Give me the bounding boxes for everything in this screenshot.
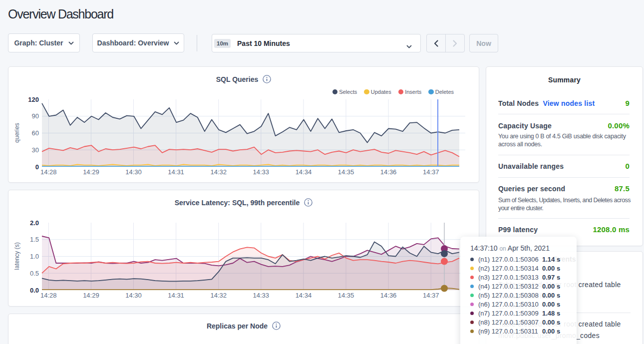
svg-text:14:36: 14:36 — [380, 292, 397, 299]
svg-text:60: 60 — [32, 129, 39, 137]
svg-text:14:30: 14:30 — [125, 168, 142, 176]
svg-text:0.0: 0.0 — [30, 287, 39, 294]
svg-text:14:35: 14:35 — [338, 168, 354, 176]
svg-text:latency (s): latency (s) — [13, 242, 20, 270]
svg-text:30: 30 — [32, 146, 39, 154]
svg-text:queries: queries — [13, 123, 20, 142]
svg-text:1.5: 1.5 — [30, 236, 39, 243]
svg-text:14:34: 14:34 — [296, 292, 312, 299]
svg-text:14:31: 14:31 — [168, 168, 184, 176]
svg-text:14:36: 14:36 — [380, 168, 397, 176]
svg-text:14:34: 14:34 — [296, 168, 312, 176]
svg-text:14:30: 14:30 — [125, 292, 142, 299]
svg-text:1.0: 1.0 — [30, 253, 39, 260]
svg-text:0.5: 0.5 — [30, 270, 39, 277]
svg-text:14:33: 14:33 — [253, 168, 270, 176]
svg-text:14:29: 14:29 — [83, 292, 99, 299]
svg-text:14:28: 14:28 — [40, 292, 57, 299]
svg-text:14:32: 14:32 — [210, 292, 227, 299]
svg-text:14:28: 14:28 — [40, 168, 57, 176]
svg-text:14:35: 14:35 — [338, 292, 354, 299]
svg-text:2.0: 2.0 — [30, 219, 39, 227]
svg-text:14:33: 14:33 — [253, 292, 270, 299]
svg-text:14:32: 14:32 — [210, 168, 227, 176]
svg-text:14:31: 14:31 — [168, 292, 184, 299]
svg-text:120: 120 — [28, 96, 39, 103]
svg-text:0: 0 — [35, 163, 39, 171]
svg-text:14:37: 14:37 — [423, 292, 439, 299]
svg-text:90: 90 — [32, 112, 39, 120]
svg-text:14:29: 14:29 — [83, 168, 99, 176]
svg-text:14:37: 14:37 — [423, 168, 439, 176]
